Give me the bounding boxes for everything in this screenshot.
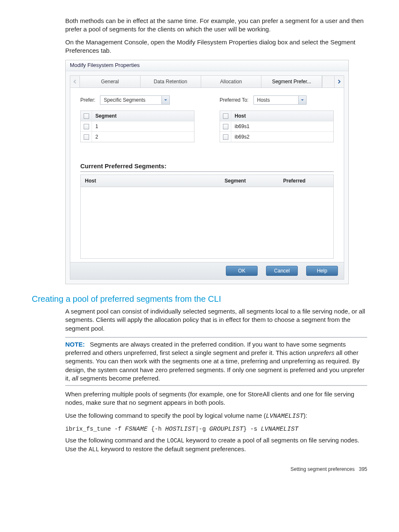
tab-general[interactable]: General xyxy=(80,76,141,87)
cmd-v4: LVNAMELIST xyxy=(261,426,299,433)
tab-pad xyxy=(322,76,334,87)
chevron-down-icon xyxy=(161,96,169,104)
col-host: Host xyxy=(81,178,225,184)
note-text-3: segments become preferred. xyxy=(78,375,160,382)
cmd-v3: GROUPLIST xyxy=(209,426,243,433)
dialog-title: Modify Filesystem Properties xyxy=(66,60,348,71)
cmd-t1: ibrix_fs_tune -f xyxy=(65,426,125,432)
cancel-button[interactable]: Cancel xyxy=(266,266,298,276)
preferred-to-combo-value: Hosts xyxy=(254,97,298,103)
host-row-value: ib69s2 xyxy=(231,134,333,140)
preferred-to-combo[interactable]: Hosts xyxy=(253,95,307,105)
cmd-v2: HOSTLIST xyxy=(165,426,195,433)
segment-row-value: 2 xyxy=(92,134,194,140)
ok-button[interactable]: OK xyxy=(226,266,258,276)
note-em-2: all xyxy=(72,375,78,382)
post-cmd-para: Use the following command and the LOCAL … xyxy=(32,436,367,454)
command-line: ibrix_fs_tune -f FSNAME {-h HOSTLIST|-g … xyxy=(32,425,367,433)
cmd-v1: FSNAME xyxy=(125,426,148,433)
segment-header-checkbox[interactable] xyxy=(84,113,89,119)
prefer-combo[interactable]: Specific Segments xyxy=(100,95,170,105)
footer-page: 395 xyxy=(359,466,367,472)
host-row-checkbox[interactable] xyxy=(223,134,228,140)
cmd-intro-b: ): xyxy=(303,412,307,419)
table-row[interactable]: 1 xyxy=(81,121,194,131)
after-note-para: When preferring multiple pools of segmen… xyxy=(32,390,367,407)
page-footer: Setting segment preferences 395 xyxy=(32,466,367,472)
modify-filesystem-dialog: Modify Filesystem Properties General Dat… xyxy=(65,60,349,284)
tab-data-retention[interactable]: Data Retention xyxy=(141,76,201,87)
host-header-checkbox[interactable] xyxy=(223,113,228,119)
intro-para-2: On the Management Console, open the Modi… xyxy=(32,38,367,55)
col-preferred: Preferred xyxy=(283,178,333,184)
post-cmd-c: keyword to restore the default segment p… xyxy=(99,445,246,452)
post-cmd-a: Use the following command and the xyxy=(65,437,167,444)
current-preferred-heading: Current Preferred Segments: xyxy=(80,162,334,172)
note-text-1: Segments are always created in the prefe… xyxy=(65,341,346,356)
cli-section-para-1: A segment pool can consist of individual… xyxy=(32,307,367,333)
cmd-intro-a: Use the following command to specify the… xyxy=(65,412,266,419)
prefer-combo-value: Specific Segments xyxy=(100,97,161,103)
intro-para-1: Both methods can be in effect at the sam… xyxy=(32,17,367,34)
cli-section-heading: Creating a pool of preferred segments fr… xyxy=(32,294,367,304)
prefer-label: Prefer: xyxy=(80,97,95,103)
cmd-t4: } -s xyxy=(243,426,261,432)
preferred-table-body xyxy=(80,187,334,259)
hosts-header: Host xyxy=(231,113,333,119)
post-cmd-code-1: LOCAL xyxy=(167,437,184,444)
tab-scroll-right[interactable] xyxy=(334,76,344,87)
chevron-down-icon xyxy=(298,96,306,104)
help-button[interactable]: Help xyxy=(306,266,338,276)
dialog-button-bar: OK Cancel Help xyxy=(70,262,344,279)
cmd-t3: |-g xyxy=(195,426,210,432)
segments-header: Segment xyxy=(92,113,194,119)
chevron-right-icon xyxy=(337,80,341,84)
table-row[interactable]: 2 xyxy=(81,131,194,142)
cmd-t2: {-h xyxy=(148,426,165,432)
hosts-table: Host ib69s1 ib69s2 xyxy=(220,111,334,142)
cmd-intro: Use the following command to specify the… xyxy=(32,411,367,421)
note-em-1: unprefers xyxy=(308,349,334,356)
col-segment: Segment xyxy=(225,178,283,184)
preferred-table-header: Host Segment Preferred xyxy=(80,175,334,187)
tab-scroll-left[interactable] xyxy=(70,76,80,87)
table-row[interactable]: ib69s1 xyxy=(220,121,333,131)
dialog-tabs: General Data Retention Allocation Segmen… xyxy=(70,76,344,88)
footer-text: Setting segment preferences xyxy=(291,466,355,472)
segments-table: Segment 1 2 xyxy=(80,111,194,142)
segment-row-checkbox[interactable] xyxy=(84,134,89,140)
segment-row-value: 1 xyxy=(92,123,194,129)
preferred-to-label: Preferred To: xyxy=(220,97,248,103)
note-block: NOTE:Segments are always created in the … xyxy=(65,337,367,386)
chevron-left-icon xyxy=(73,80,77,84)
tab-segment-preferences[interactable]: Segment Prefer... xyxy=(261,76,322,87)
tab-allocation[interactable]: Allocation xyxy=(201,76,262,87)
segment-row-checkbox[interactable] xyxy=(84,124,89,129)
note-label: NOTE: xyxy=(65,341,85,348)
post-cmd-code-2: ALL xyxy=(89,446,99,453)
table-row[interactable]: ib69s2 xyxy=(220,131,333,142)
host-row-value: ib69s1 xyxy=(231,123,333,129)
cmd-intro-code: LVNAMELIST xyxy=(266,413,303,420)
host-row-checkbox[interactable] xyxy=(223,124,228,129)
